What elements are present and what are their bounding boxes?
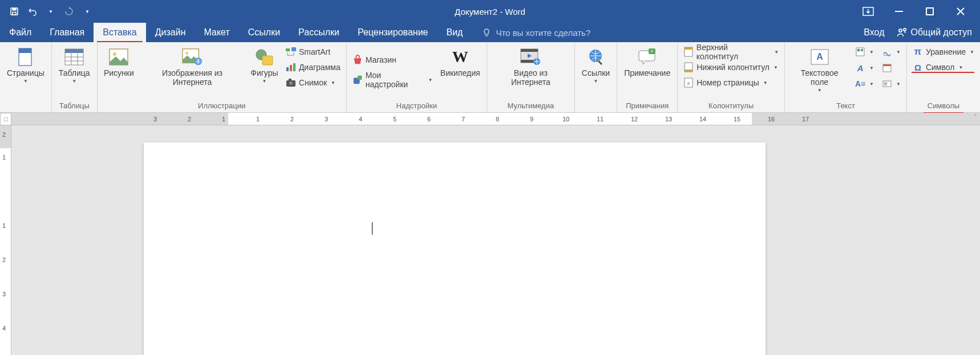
chevron-down-icon: ▼ xyxy=(896,50,901,55)
undo-dropdown[interactable]: ▼ xyxy=(42,3,59,20)
tab-review[interactable]: Рецензирование xyxy=(349,23,438,42)
svg-rect-45 xyxy=(685,47,693,50)
link-icon xyxy=(585,47,606,67)
horizontal-ruler-row: ▢ 3211234567891011121314151617 ˆ xyxy=(0,113,980,125)
links-button[interactable]: Ссылки ▼ xyxy=(578,44,613,85)
shapes-label: Фигуры xyxy=(250,68,278,77)
tab-references[interactable]: Ссылки xyxy=(239,23,289,42)
wordart-button[interactable]: A▼ xyxy=(853,60,876,75)
minimize-button[interactable] xyxy=(892,5,906,18)
maximize-button[interactable] xyxy=(923,5,937,18)
camera-icon xyxy=(286,77,296,88)
signature-line-button[interactable]: ▼ xyxy=(880,44,903,59)
svg-rect-5 xyxy=(926,8,933,15)
svg-rect-57 xyxy=(883,64,891,66)
svg-rect-32 xyxy=(289,79,291,81)
tab-home[interactable]: Главная xyxy=(41,23,94,42)
smartart-button[interactable]: SmartArt xyxy=(284,44,343,59)
chevron-down-icon: ▼ xyxy=(72,79,76,84)
online-video-button[interactable]: Видео из Интернета xyxy=(491,44,571,88)
svg-rect-29 xyxy=(293,63,295,71)
tab-design[interactable]: Дизайн xyxy=(146,23,195,42)
pages-button[interactable]: Страницы ▼ xyxy=(3,44,48,85)
tab-view[interactable]: Вид xyxy=(437,23,472,42)
undo-button[interactable] xyxy=(24,3,41,20)
links-label: Ссылки xyxy=(582,68,610,77)
drop-cap-button[interactable]: A≡▼ xyxy=(853,76,876,91)
chevron-down-icon: ▼ xyxy=(23,79,28,84)
online-video-label: Видео из Интернета xyxy=(494,68,568,87)
svg-point-19 xyxy=(113,52,116,56)
store-button[interactable]: Магазин xyxy=(350,50,435,70)
textbox-icon: A xyxy=(809,47,830,67)
footer-button[interactable]: Нижний колонтитул ▼ xyxy=(681,60,781,75)
vertical-ruler[interactable]: 211234 xyxy=(0,125,11,355)
ribbon-display-options[interactable] xyxy=(861,5,875,18)
my-addins-label: Мои надстройки xyxy=(366,71,424,89)
tab-insert[interactable]: Вставка xyxy=(94,23,145,42)
group-addins: Магазин Мои надстройки ▼ W Википедия Над… xyxy=(347,42,487,112)
tab-file[interactable]: Файл xyxy=(0,23,41,42)
date-time-button[interactable] xyxy=(880,60,903,75)
svg-text:+: + xyxy=(650,48,653,54)
ruler-corner[interactable]: ▢ xyxy=(0,113,11,125)
addin-icon xyxy=(353,75,363,85)
text-box-button[interactable]: A Текстовое поле ▼ xyxy=(788,44,851,94)
svg-point-8 xyxy=(899,29,902,32)
table-icon xyxy=(64,47,84,67)
pictures-button[interactable]: Рисунки xyxy=(101,44,137,79)
header-button[interactable]: Верхний колонтитул ▼ xyxy=(681,44,781,59)
page-number-button[interactable]: # Номер страницы ▼ xyxy=(681,75,781,90)
close-button[interactable] xyxy=(954,5,967,18)
datetime-icon xyxy=(882,63,892,73)
screenshot-label: Снимок xyxy=(299,78,327,87)
comment-button[interactable]: + Примечание xyxy=(621,44,674,79)
collapse-ribbon-button[interactable]: ˆ xyxy=(974,114,977,122)
chart-button[interactable]: Диаграмма xyxy=(284,60,343,75)
tab-layout[interactable]: Макет xyxy=(195,23,239,42)
chevron-down-icon: ▼ xyxy=(428,77,433,83)
header-label: Верхний колонтитул xyxy=(696,43,770,61)
quick-parts-button[interactable]: ▼ xyxy=(853,44,876,59)
store-icon xyxy=(353,55,363,65)
chevron-down-icon: ▼ xyxy=(958,65,963,70)
object-button[interactable]: ▼ xyxy=(880,76,903,91)
tell-me-search[interactable]: Что вы хотите сделать? xyxy=(472,23,590,42)
svg-text:#: # xyxy=(687,81,690,86)
qat-customize-dropdown[interactable]: ▼ xyxy=(79,3,96,20)
tab-mailings[interactable]: Рассылки xyxy=(289,23,349,42)
shapes-button[interactable]: Фигуры ▼ xyxy=(248,44,281,85)
header-icon xyxy=(683,47,694,57)
horizontal-ruler[interactable]: 3211234567891011121314151617 ˆ xyxy=(11,113,980,125)
online-pictures-button[interactable]: Изображения из Интернета xyxy=(139,44,245,88)
store-label: Магазин xyxy=(366,55,396,64)
table-button[interactable]: Таблица ▼ xyxy=(55,44,94,85)
group-addins-title: Надстройки xyxy=(347,100,487,112)
save-button[interactable] xyxy=(6,3,23,20)
svg-rect-2 xyxy=(13,13,16,15)
my-addins-button[interactable]: Мои надстройки ▼ xyxy=(350,70,435,89)
wordart-icon: A xyxy=(855,63,865,73)
redo-button[interactable] xyxy=(60,3,78,20)
group-symbols: π Уравнение ▼ Ω Символ ▼ Символы xyxy=(907,42,980,112)
svg-rect-13 xyxy=(65,49,83,53)
share-button[interactable]: Общий доступ xyxy=(896,27,973,38)
screenshot-button[interactable]: Снимок ▼ xyxy=(284,75,343,90)
chevron-down-icon: ▼ xyxy=(869,50,874,55)
ribbon: Страницы ▼ Таблица ▼ Таблицы Рис xyxy=(0,42,980,113)
equation-button[interactable]: π Уравнение ▼ xyxy=(910,44,977,59)
group-tables-title: Таблицы xyxy=(52,100,97,112)
wikipedia-icon: W xyxy=(450,47,471,67)
online-picture-icon xyxy=(182,47,203,67)
document-area[interactable] xyxy=(11,125,980,355)
text-box-label: Текстовое поле xyxy=(792,68,847,87)
chevron-down-icon: ▼ xyxy=(869,81,874,87)
wikipedia-button[interactable]: W Википедия xyxy=(437,44,483,79)
chevron-down-icon: ▼ xyxy=(970,50,974,55)
page-number-icon: # xyxy=(683,77,694,88)
sign-in-link[interactable]: Вход xyxy=(864,27,884,38)
video-icon xyxy=(520,47,541,67)
svg-rect-36 xyxy=(521,49,538,52)
page[interactable] xyxy=(144,142,766,355)
chart-label: Диаграмма xyxy=(299,63,341,72)
